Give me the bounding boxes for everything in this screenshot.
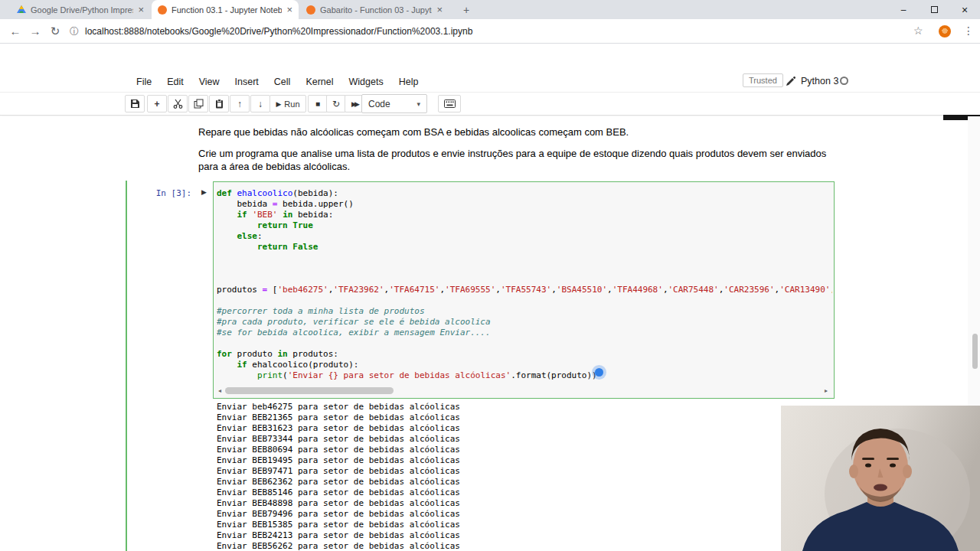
output-line: Enviar BEB62362 para setor de bebidas al… [217, 477, 460, 487]
menu-item-widgets[interactable]: Widgets [341, 77, 391, 87]
kernel-name[interactable]: Python 3 [801, 76, 838, 86]
menu-item-edit[interactable]: Edit [159, 77, 191, 87]
output-line: Enviar BEB97471 para setor de bebidas al… [217, 466, 460, 477]
tab-close-icon[interactable]: × [138, 5, 144, 15]
tab-google-drive[interactable]: Google Drive/Python Impress... × [11, 0, 150, 19]
menu-item-kernel[interactable]: Kernel [298, 77, 341, 87]
scroll-left-icon[interactable]: ◂ [215, 386, 224, 395]
run-label: Run [284, 99, 299, 109]
paste-cell-button[interactable] [209, 95, 229, 112]
keyboard-icon [444, 99, 456, 108]
output-line: Enviar BEB85146 para setor de bebidas al… [217, 487, 460, 498]
menu-item-file[interactable]: File [129, 77, 159, 87]
output-line: Enviar BEB15385 para setor de bebidas al… [217, 520, 460, 530]
menu-item-view[interactable]: View [191, 77, 227, 87]
stop-icon: ■ [315, 99, 320, 108]
chevron-down-icon: ▾ [416, 100, 420, 108]
presenter-video [781, 406, 980, 551]
code-line: produtos = ['beb46275','TFA23962','TFA64… [217, 285, 832, 295]
tab-strip: Google Drive/Python Impress... × Functio… [0, 0, 980, 19]
mouse-click-indicator [595, 368, 603, 377]
maximize-button[interactable] [919, 0, 949, 19]
trusted-badge[interactable]: Trusted [743, 73, 783, 87]
code-line: return False [217, 242, 832, 253]
close-window-button[interactable]: × [949, 0, 980, 19]
code-line: #se for bebida alcoolica, exibir a mensa… [217, 328, 832, 338]
code-line: if ehalcoolico(produto): [217, 360, 832, 370]
profile-avatar[interactable] [939, 25, 951, 37]
cut-cell-button[interactable] [168, 95, 188, 112]
editor-horizontal-scrollbar[interactable]: ◂ ▸ [215, 386, 831, 395]
menu-item-help[interactable]: Help [391, 77, 426, 87]
code-line: if 'BEB' in bebida: [217, 210, 832, 220]
scrollbar-thumb[interactable] [972, 334, 978, 369]
output-line: Enviar BEB80694 para setor de bebidas al… [217, 445, 460, 455]
code-line: bebida = bebida.upper() [217, 199, 832, 210]
output-line: Enviar BEB79496 para setor de bebidas al… [217, 509, 460, 520]
code-line: def ehalcoolico(bebida): [217, 188, 832, 199]
code-line [217, 338, 832, 349]
code-line: #percorrer toda a minha lista de produto… [217, 306, 832, 317]
code-line: return True [217, 220, 832, 231]
output-line: Enviar BEB48898 para setor de bebidas al… [217, 498, 460, 509]
markdown-paragraph[interactable]: Crie um programa que analise uma lista d… [198, 147, 834, 173]
new-tab-button[interactable]: + [459, 3, 473, 17]
code-lines: def ehalcoolico(bebida): bebida = bebida… [217, 188, 832, 384]
reload-icon[interactable]: ↻ [46, 22, 64, 41]
menu-items: File Edit View Insert Cell Kernel Widget… [129, 70, 426, 93]
command-palette-button[interactable] [438, 95, 461, 112]
tab-title: Function 03.1 - Jupyter Noteb... [172, 5, 282, 15]
menu-item-insert[interactable]: Insert [227, 77, 266, 87]
restart-icon: ↻ [332, 99, 340, 109]
code-line [217, 253, 832, 263]
move-cell-up-button[interactable]: ↑ [230, 95, 250, 112]
output-line: Enviar BEB31623 para setor de bebidas al… [217, 423, 460, 434]
scrollbar-thumb[interactable] [225, 387, 394, 394]
notebook-toolbar: + ↑ ↓ ▶Run ■ ↻ ▶▶ Code ▾ [0, 93, 980, 116]
minimize-button[interactable]: – [888, 0, 919, 19]
url-text[interactable]: localhost:8888/notebooks/Google%20Drive/… [85, 26, 472, 37]
output-line: Enviar BEB56262 para setor de bebidas al… [217, 541, 460, 551]
plus-icon: + [154, 99, 159, 109]
save-button[interactable] [125, 95, 145, 112]
tab-gabarito-notebook[interactable]: Gabarito - Function 03 - Jupyte... × [300, 0, 449, 19]
google-drive-favicon [17, 5, 26, 15]
restart-kernel-button[interactable]: ↻ [326, 95, 346, 112]
output-area: Enviar beb46275 para setor de bebidas al… [217, 402, 460, 551]
code-line: #pra cada produto, verificar se ele é be… [217, 317, 832, 328]
run-button[interactable]: ▶Run [270, 95, 306, 112]
tab-close-icon[interactable]: × [436, 5, 443, 15]
edit-mode-pencil-icon [786, 76, 795, 90]
tab-close-icon[interactable]: × [286, 5, 292, 15]
markdown-paragraph[interactable]: Repare que bebidas não alcóolicas começa… [198, 126, 841, 139]
code-line [217, 274, 832, 285]
scroll-right-icon[interactable]: ▸ [822, 386, 831, 395]
copy-cell-button[interactable] [188, 95, 208, 112]
interrupt-kernel-button[interactable]: ■ [308, 95, 328, 112]
output-line: Enviar BEB21365 para setor de bebidas al… [217, 412, 460, 423]
window-controls: – × [888, 0, 980, 19]
selected-cell-border [126, 181, 127, 551]
jupyter-favicon [306, 5, 315, 15]
code-cell-editor[interactable]: def ehalcoolico(bebida): bebida = bebida… [213, 181, 835, 399]
run-cell-marker-icon[interactable]: ▶ [201, 188, 207, 196]
bookmark-star-icon[interactable]: ☆ [913, 24, 923, 37]
tab-title: Gabarito - Function 03 - Jupyte... [320, 5, 432, 15]
code-line: print('Enviar {} para setor de bebidas a… [217, 370, 832, 381]
code-line [217, 263, 832, 274]
move-cell-down-button[interactable]: ↓ [250, 95, 270, 112]
tab-title: Google Drive/Python Impress... [31, 5, 133, 15]
cell-type-value: Code [368, 99, 390, 109]
output-line: Enviar beb46275 para setor de bebidas al… [217, 402, 460, 412]
site-info-icon[interactable]: ⓘ [70, 25, 79, 38]
save-icon [130, 99, 140, 109]
back-icon[interactable]: ← [6, 22, 24, 41]
cell-type-dropdown[interactable]: Code ▾ [361, 94, 427, 113]
arrow-down-icon: ↓ [258, 99, 263, 109]
forward-icon[interactable]: → [26, 22, 44, 41]
insert-cell-button[interactable]: + [147, 95, 167, 112]
menu-item-cell[interactable]: Cell [266, 77, 299, 87]
tab-function-notebook[interactable]: Function 03.1 - Jupyter Noteb... × [152, 0, 299, 19]
code-line: else: [217, 231, 832, 242]
browser-menu-icon[interactable]: ⋮ [963, 24, 974, 37]
